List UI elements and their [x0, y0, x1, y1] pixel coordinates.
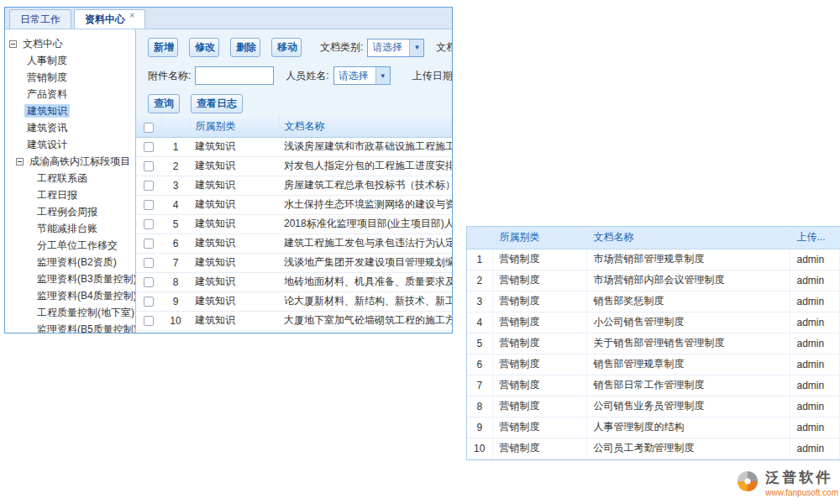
chevron-down-icon: ▼	[375, 67, 390, 84]
col-header-uploader: 上传...	[790, 227, 840, 249]
clipped-doc-label: 文档	[436, 40, 452, 55]
col-header-name: 文档名称	[279, 117, 452, 137]
add-button[interactable]: 新增	[148, 38, 178, 57]
sidebar-item-project-7[interactable]: 监理资料(B4质量控制)	[5, 287, 135, 304]
document-tree: 文档中心 人事制度 营销制度 产品资料 建筑知识 建筑资讯 建筑设计 成渝高铁内…	[5, 29, 136, 333]
sidebar-item-project-5[interactable]: 监理资料(B2资质)	[5, 254, 135, 270]
table-row[interactable]: 1 建筑知识 浅谈房屋建筑和市政基础设施工程施工...	[136, 137, 452, 156]
query-button[interactable]: 查询	[148, 94, 180, 113]
sidebar-item-project-2[interactable]: 工程例会周报	[5, 203, 135, 220]
sidebar-item-building-knowledge[interactable]: 建筑知识	[5, 102, 135, 119]
document-main-pane: 新增 修改 删除 移动 文档类别: 请选择 ▼ 文档 附件名称: 人员姓名:	[136, 29, 452, 333]
modify-button[interactable]: 修改	[189, 38, 219, 57]
row-checkbox[interactable]	[144, 219, 154, 229]
document-table: 所属别类 文档名称 1 建筑知识 浅谈房屋建筑和市政基础设施工程施工... 2	[136, 117, 452, 331]
person-name-select[interactable]: 请选择 ▼	[333, 66, 391, 85]
brand-footer: 泛普软件 www.fanpusoft.com	[735, 468, 838, 497]
upload-date-label: 上传日期	[412, 69, 452, 83]
person-name-value: 请选择	[334, 69, 369, 83]
doc-category-value: 请选择	[368, 40, 402, 55]
row-checkbox[interactable]	[144, 297, 154, 307]
row-checkbox[interactable]	[144, 277, 154, 287]
table-row[interactable]: 7 建筑知识 浅谈地产集团开发建设项目管理规划编...	[136, 253, 452, 272]
row-checkbox[interactable]	[144, 258, 154, 268]
brand-url: www.fanpusoft.com	[765, 488, 838, 497]
view-log-button[interactable]: 查看日志	[191, 94, 243, 113]
delete-button[interactable]: 删除	[230, 38, 260, 57]
table-row[interactable]: 2 营销制度 市场营销部内部会议管理制度 admin	[467, 270, 840, 291]
table-row[interactable]: 3 营销制度 销售部奖惩制度 admin	[467, 291, 840, 312]
col-header-name: 文档名称	[586, 227, 790, 249]
sidebar-item-project-4[interactable]: 分工单位工作移交	[5, 237, 135, 254]
sidebar-item-project-9[interactable]: 监理资料(B5质量控制)	[5, 321, 135, 333]
tree-node-project[interactable]: 成渝高铁内江标段项目	[5, 153, 135, 170]
person-name-label: 人员姓名:	[286, 69, 328, 83]
tab-daily-work[interactable]: 日常工作	[9, 9, 71, 29]
filter-panel: 新增 修改 删除 移动 文档类别: 请选择 ▼ 文档 附件名称: 人员姓名:	[136, 29, 452, 117]
doc-category-label: 文档类别:	[320, 40, 363, 55]
table-row[interactable]: 8 建筑知识 地砖地面材料、机具准备、质量要求及...	[136, 272, 452, 291]
table-row[interactable]: 2 建筑知识 对发包人指定分包的工程施工进度安排...	[136, 156, 452, 176]
tab-data-center-label: 资料中心	[85, 13, 125, 27]
collapse-icon[interactable]	[9, 40, 17, 48]
tab-data-center[interactable]: 资料中心 ×	[74, 9, 145, 29]
table-row[interactable]: 6 营销制度 销售部管理规章制度 admin	[467, 354, 840, 375]
col-header-index	[161, 117, 190, 137]
sidebar-item-product-data[interactable]: 产品资料	[5, 86, 135, 102]
table-row[interactable]: 10 建筑知识 大厦地下室加气砼墙砌筑工程的施工方...	[136, 311, 452, 330]
attachment-name-label: 附件名称:	[148, 69, 191, 83]
tab-daily-work-label: 日常工作	[20, 13, 60, 27]
table-row[interactable]: 4 营销制度 小公司销售管理制度 admin	[467, 312, 840, 333]
attachment-name-input[interactable]	[195, 66, 274, 85]
sidebar-item-building-design[interactable]: 建筑设计	[5, 136, 135, 153]
brand-name: 泛普软件	[765, 468, 832, 487]
row-checkbox[interactable]	[144, 239, 154, 249]
table-row[interactable]: 7 营销制度 销售部日常工作管理制度 admin	[467, 375, 840, 396]
sidebar-item-project-8[interactable]: 工程质量控制(地下室)	[5, 304, 135, 321]
marketing-table-header: 所属别类 文档名称 上传...	[467, 227, 840, 249]
table-row[interactable]: 6 建筑知识 建筑工程施工发包与承包违法行为认定...	[136, 234, 452, 253]
sidebar-item-project-3[interactable]: 节能减排台账	[5, 220, 135, 237]
marketing-table: 所属别类 文档名称 上传... 1 营销制度 市场营销部管理规章制度 admin…	[467, 227, 840, 459]
marketing-documents-panel: 所属别类 文档名称 上传... 1 营销制度 市场营销部管理规章制度 admin…	[466, 226, 840, 460]
sidebar-item-marketing-policy[interactable]: 营销制度	[5, 69, 135, 86]
table-row[interactable]: 4 建筑知识 水土保持生态环境监测网络的建设与资...	[136, 195, 452, 214]
fanpu-logo-icon	[735, 469, 760, 496]
table-row[interactable]: 9 营销制度 人事管理制度的结构 admin	[467, 417, 840, 438]
sidebar-item-project-1[interactable]: 工程日报	[5, 186, 135, 203]
sidebar-item-hr-policy[interactable]: 人事制度	[5, 52, 135, 69]
row-checkbox[interactable]	[144, 200, 154, 210]
select-all-checkbox[interactable]	[144, 123, 154, 133]
table-row[interactable]: 5 建筑知识 2018标准化监理项目部(业主项目部)人员...	[136, 214, 452, 234]
tab-bar: 日常工作 资料中心 ×	[5, 8, 452, 29]
table-row[interactable]: 5 营销制度 关于销售部管理销售管理制度 admin	[467, 333, 840, 354]
table-row[interactable]: 1 营销制度 市场营销部管理规章制度 admin	[467, 249, 840, 270]
doc-category-select[interactable]: 请选择 ▼	[367, 39, 424, 57]
col-header-category: 所属别类	[190, 117, 279, 137]
table-row[interactable]: 8 营销制度 公司销售业务员管理制度 admin	[467, 396, 840, 417]
col-header-index	[467, 227, 492, 249]
sidebar-item-building-news[interactable]: 建筑资讯	[5, 119, 135, 136]
document-center-window: 日常工作 资料中心 × 文档中心 人事制度 营销制度 产品资料 建筑知识 建筑资…	[4, 7, 453, 333]
row-checkbox[interactable]	[144, 161, 154, 171]
sidebar-item-project-6[interactable]: 监理资料(B3质量控制)	[5, 270, 135, 287]
sidebar-item-project-0[interactable]: 工程联系函	[5, 170, 135, 186]
table-row[interactable]: 3 建筑知识 房屋建筑工程总承包投标书（技术标）...	[136, 176, 452, 195]
collapse-icon[interactable]	[16, 158, 24, 165]
tree-node-document-center[interactable]: 文档中心	[5, 35, 135, 52]
table-row[interactable]: 10 营销制度 公司员工考勤管理制度 admin	[467, 438, 840, 459]
table-row[interactable]: 9 建筑知识 论大厦新材料、新结构、新技术、新工...	[136, 291, 452, 311]
document-table-header: 所属别类 文档名称	[136, 117, 452, 137]
chevron-down-icon: ▼	[409, 39, 423, 56]
row-checkbox[interactable]	[144, 316, 154, 326]
row-checkbox[interactable]	[144, 142, 154, 152]
row-checkbox[interactable]	[144, 181, 154, 191]
col-header-category: 所属别类	[492, 227, 586, 249]
close-icon[interactable]: ×	[129, 10, 134, 20]
move-button[interactable]: 移动	[271, 38, 302, 57]
